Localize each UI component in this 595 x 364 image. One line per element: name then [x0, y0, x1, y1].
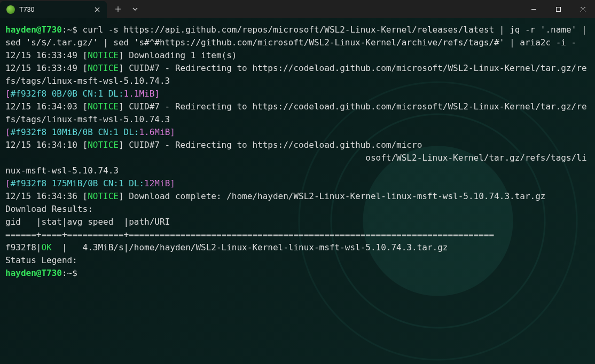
- opensuse-icon: [6, 5, 15, 14]
- results-divider: ======+====+===========+================…: [5, 228, 590, 241]
- new-tab-button[interactable]: [110, 1, 126, 17]
- output-line: 12/15 16:33:49 [NOTICE] CUID#7 - Redirec…: [5, 62, 590, 88]
- results-header: Download Results:: [5, 203, 590, 216]
- prompt-line: hayden@T730:~$ curl -s https://api.githu…: [5, 23, 590, 49]
- titlebar: T730: [0, 0, 595, 18]
- output-line: 12/15 16:34:10 [NOTICE] CUID#7 - Redirec…: [5, 139, 590, 152]
- terminal-viewport[interactable]: hayden@T730:~$ curl -s https://api.githu…: [0, 18, 595, 364]
- results-row: f932f8|OK | 4.3MiB/s|/home/hayden/WSL2-L…: [5, 241, 590, 254]
- progress-line: [#f932f8 175MiB/0B CN:1 DL:12MiB]: [5, 177, 590, 190]
- window-controls: [521, 0, 595, 18]
- results-columns: gid |stat|avg speed |path/URI: [5, 216, 590, 228]
- minimize-button[interactable]: [521, 0, 546, 18]
- close-window-button[interactable]: [570, 0, 595, 18]
- tab-actions: [107, 0, 143, 18]
- progress-line: [#f932f8 10MiB/0B CN:1 DL:1.6MiB]: [5, 126, 590, 139]
- status-legend: Status Legend:: [5, 254, 590, 267]
- output-line-wrap: osoft/WSL2-Linux-Kernel/tar.gz/refs/tags…: [5, 152, 590, 177]
- tab-dropdown-button[interactable]: [127, 1, 143, 17]
- output-line: 12/15 16:34:03 [NOTICE] CUID#7 - Redirec…: [5, 100, 590, 126]
- output-line: 12/15 16:34:36 [NOTICE] Download complet…: [5, 190, 590, 203]
- svg-rect-0: [556, 7, 560, 11]
- close-tab-button[interactable]: [93, 5, 101, 14]
- command-text: curl -s https://api.github.com/repos/mic…: [5, 25, 592, 48]
- progress-line: [#f932f8 0B/0B CN:1 DL:1.1MiB]: [5, 88, 590, 100]
- output-line: 12/15 16:33:49 [NOTICE] Downloading 1 it…: [5, 49, 590, 62]
- prompt-line: hayden@T730:~$: [5, 267, 590, 280]
- maximize-button[interactable]: [546, 0, 570, 18]
- titlebar-drag-area[interactable]: [143, 0, 521, 18]
- tab-active[interactable]: T730: [0, 1, 107, 18]
- tab-title: T730: [19, 6, 89, 13]
